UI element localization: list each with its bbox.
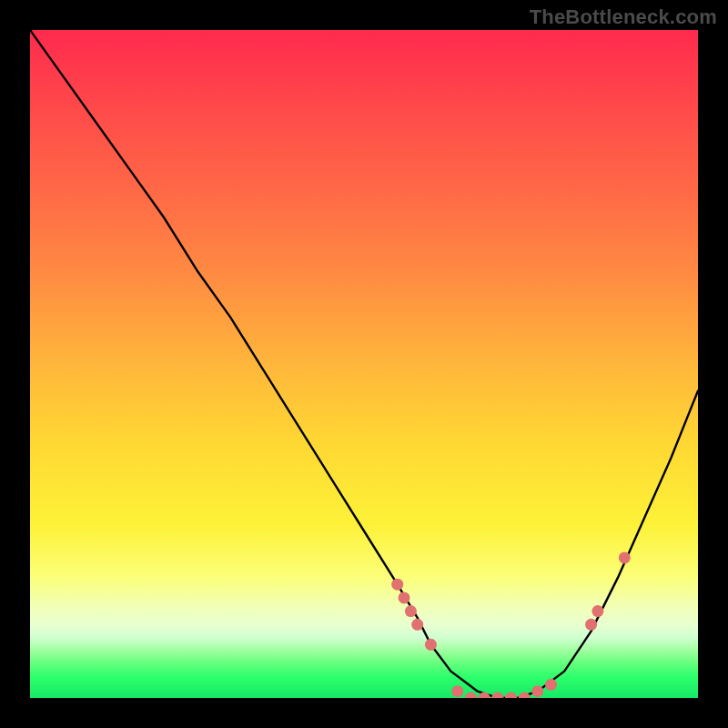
bottleneck-curve	[30, 30, 698, 698]
data-marker	[405, 605, 417, 617]
data-marker	[531, 685, 543, 697]
data-marker	[391, 579, 403, 591]
data-marker	[451, 685, 463, 697]
data-marker	[465, 693, 477, 699]
data-marker	[519, 693, 531, 699]
data-marker	[505, 693, 517, 699]
data-marker	[491, 693, 503, 699]
data-marker	[399, 592, 410, 603]
data-marker	[619, 551, 631, 563]
watermark-label: TheBottleneck.com	[530, 5, 717, 29]
plot-area	[30, 30, 698, 698]
data-marker	[425, 639, 437, 651]
data-marker	[545, 679, 557, 691]
data-marker	[585, 619, 597, 631]
chart-frame: TheBottleneck.com	[0, 0, 728, 728]
data-marker	[411, 619, 423, 631]
data-marker	[592, 605, 603, 617]
